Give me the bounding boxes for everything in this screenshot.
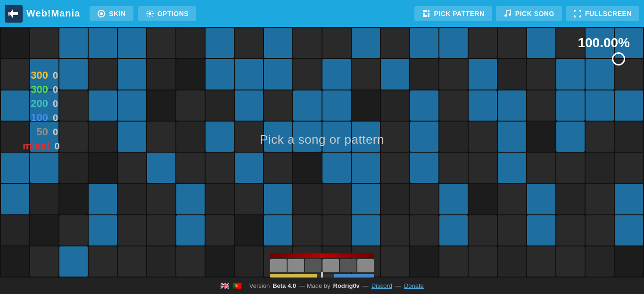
key-4[interactable] [322, 259, 339, 272]
footer-dash1: — [363, 282, 369, 289]
score-row: 3000 [23, 83, 60, 96]
fullscreen-label: FULLSCREEN [585, 10, 632, 17]
pick-song-icon [504, 9, 512, 18]
key-3[interactable] [305, 259, 322, 272]
logo-area: Web!Mania [5, 5, 80, 23]
score-value: 0 [53, 113, 58, 123]
svg-rect-5 [423, 10, 425, 12]
score-value: 0 [53, 98, 58, 109]
logo-text: Web!Mania [26, 8, 80, 19]
skin-label: SKIN [109, 10, 125, 17]
svg-rect-6 [425, 10, 427, 12]
footer-version-bold: Beta 4.0 [272, 282, 296, 289]
key-2[interactable] [288, 259, 304, 272]
score-row: 2000 [23, 98, 60, 110]
key-5[interactable] [340, 259, 356, 272]
footer-version-label: Version [249, 282, 270, 289]
score-label: miss! [23, 140, 50, 152]
svg-rect-8 [423, 13, 425, 15]
flag-uk: 🇬🇧 [220, 281, 230, 290]
fullscreen-button[interactable]: FULLSCREEN [566, 6, 639, 21]
score-panel: 3000300020001000500miss!0 [23, 69, 60, 152]
svg-point-4 [149, 12, 151, 15]
progress-bar [270, 274, 374, 278]
footer-dash2: — [395, 282, 401, 289]
score-row: 1000 [23, 112, 60, 124]
pick-pattern-icon [422, 9, 430, 18]
pick-song-button[interactable]: PICK SONG [496, 6, 562, 21]
svg-rect-9 [428, 13, 429, 15]
score-label: 200 [23, 98, 48, 110]
discord-link[interactable]: Discord [372, 282, 392, 289]
fullscreen-icon [573, 9, 582, 18]
key-6[interactable] [357, 259, 374, 272]
right-buttons: PICK PATTERN PICK SONG FULLSCREEN [414, 6, 639, 21]
footer-version-text [245, 282, 247, 289]
footer-author: Rodrig0v [333, 282, 360, 289]
pick-pattern-label: PICK PATTERN [434, 10, 484, 17]
background-grid [0, 27, 644, 278]
accuracy-display: 100.00% [578, 35, 630, 50]
svg-point-14 [509, 13, 511, 16]
skin-icon [97, 9, 106, 18]
score-value: 0 [53, 127, 58, 138]
donate-link[interactable]: Donate [404, 282, 424, 289]
svg-rect-12 [428, 15, 429, 17]
flag-pt: 🇵🇹 [232, 281, 242, 290]
score-label: 50 [23, 126, 48, 138]
svg-point-3 [100, 12, 103, 15]
score-label: 300 [23, 69, 48, 82]
center-message: Pick a song or pattern [260, 132, 384, 147]
svg-point-13 [504, 14, 507, 16]
options-button[interactable]: OPTIONS [138, 6, 197, 21]
logo-icon [5, 5, 23, 23]
score-label: 300 [23, 83, 48, 96]
footer-dash0: — Made by [299, 282, 330, 289]
score-value: 0 [53, 70, 58, 81]
score-value: 0 [53, 84, 58, 95]
score-value: 0 [54, 141, 59, 152]
progress-cursor [322, 272, 323, 278]
pick-song-label: PICK SONG [515, 10, 554, 17]
svg-rect-11 [425, 15, 427, 17]
footer: 🇬🇧 🇵🇹 Version Beta 4.0 — Made by Rodrig0… [0, 278, 644, 294]
lane-area [270, 253, 374, 278]
accuracy-circle [612, 52, 625, 65]
hit-bar [270, 253, 374, 258]
header: Web!Mania SKIN OPTIONS [0, 0, 644, 27]
options-icon [146, 9, 154, 18]
skin-button[interactable]: SKIN [90, 6, 133, 21]
progress-right [334, 274, 374, 278]
svg-rect-10 [423, 15, 425, 17]
score-row: 3000 [23, 69, 60, 82]
options-label: OPTIONS [157, 10, 189, 17]
score-row: 500 [23, 126, 60, 138]
key-area [270, 259, 374, 272]
score-label: 100 [23, 112, 48, 124]
progress-left [270, 274, 317, 278]
main-area: 3000300020001000500miss!0 Pick a song or… [0, 27, 644, 278]
pick-pattern-button[interactable]: PICK PATTERN [414, 6, 492, 21]
svg-marker-0 [9, 9, 18, 18]
key-1[interactable] [270, 259, 287, 272]
score-row: miss!0 [23, 140, 60, 152]
svg-rect-7 [428, 10, 429, 12]
